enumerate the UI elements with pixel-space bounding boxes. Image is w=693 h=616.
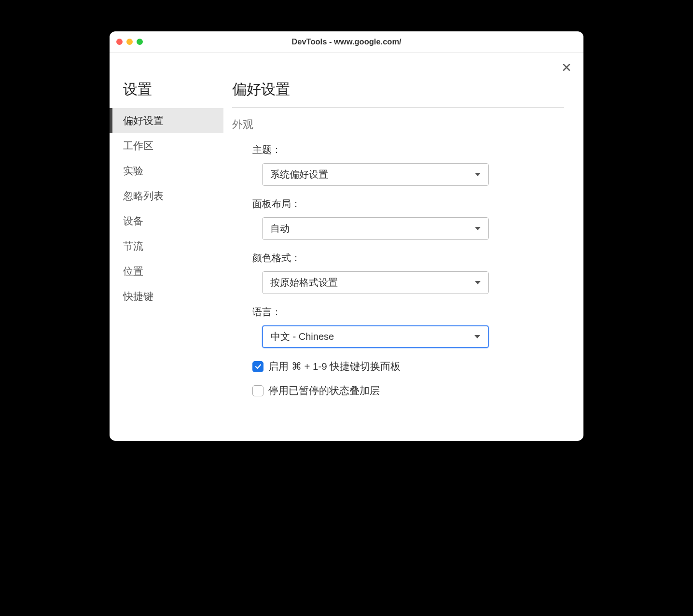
window-minimize-button[interactable] <box>126 39 133 45</box>
color-format-select[interactable]: 按原始格式设置 <box>262 271 489 294</box>
checkbox-row-shortcuts[interactable]: 启用 ⌘ + 1-9 快捷键切换面板 <box>232 360 564 373</box>
chevron-down-icon <box>475 281 481 284</box>
titlebar: DevTools - www.google.com/ <box>110 31 583 53</box>
select-value: 中文 - Chinese <box>271 330 334 343</box>
select-value: 系统偏好设置 <box>270 168 328 181</box>
field-label: 主题： <box>252 143 564 156</box>
devtools-settings-window: DevTools - www.google.com/ ✕ 设置 偏好设置 工作区… <box>110 31 583 441</box>
window-close-button[interactable] <box>116 39 123 45</box>
check-icon <box>254 363 262 370</box>
sidebar-item-label: 节流 <box>123 239 143 253</box>
select-value: 自动 <box>270 222 290 235</box>
field-language: 语言： 中文 - Chinese <box>232 306 564 348</box>
sidebar-item-label: 位置 <box>123 265 143 278</box>
sidebar-item-label: 偏好设置 <box>123 114 164 127</box>
checkbox-label: 停用已暂停的状态叠加层 <box>268 384 380 397</box>
sidebar-item-preferences[interactable]: 偏好设置 <box>110 108 223 133</box>
field-label: 颜色格式： <box>252 252 564 265</box>
chevron-down-icon <box>475 173 481 176</box>
sidebar: 设置 偏好设置 工作区 实验 忽略列表 设备 节流 位置 快捷 <box>110 66 223 441</box>
traffic-lights <box>116 39 143 45</box>
window-title: DevTools - www.google.com/ <box>110 37 583 46</box>
sidebar-item-label: 忽略列表 <box>123 189 164 203</box>
window-maximize-button[interactable] <box>137 39 143 45</box>
content-area: ✕ 设置 偏好设置 工作区 实验 忽略列表 设备 节流 位置 <box>110 53 583 441</box>
language-select[interactable]: 中文 - Chinese <box>262 325 489 348</box>
checkbox-row-paused-overlay[interactable]: 停用已暂停的状态叠加层 <box>232 384 564 397</box>
checkbox-paused-overlay[interactable] <box>252 385 263 396</box>
checkbox-label: 启用 ⌘ + 1-9 快捷键切换面板 <box>268 360 401 373</box>
sidebar-item-label: 实验 <box>123 164 143 178</box>
select-value: 按原始格式设置 <box>270 276 338 289</box>
field-color-format: 颜色格式： 按原始格式设置 <box>232 252 564 294</box>
sidebar-item-label: 快捷键 <box>123 290 153 303</box>
sidebar-item-shortcuts[interactable]: 快捷键 <box>110 284 223 309</box>
sidebar-title: 设置 <box>110 80 223 108</box>
sidebar-item-devices[interactable]: 设备 <box>110 209 223 234</box>
field-panel-layout: 面板布局： 自动 <box>232 197 564 240</box>
sidebar-item-workspace[interactable]: 工作区 <box>110 133 223 158</box>
theme-select[interactable]: 系统偏好设置 <box>262 163 489 186</box>
chevron-down-icon <box>474 335 480 338</box>
close-icon[interactable]: ✕ <box>561 61 572 74</box>
sidebar-item-throttling[interactable]: 节流 <box>110 234 223 259</box>
sidebar-item-experiments[interactable]: 实验 <box>110 158 223 183</box>
checkbox-shortcuts[interactable] <box>252 361 263 372</box>
field-label: 面板布局： <box>252 197 564 210</box>
sidebar-item-label: 设备 <box>123 214 143 228</box>
field-theme: 主题： 系统偏好设置 <box>232 143 564 186</box>
main-panel: 偏好设置 外观 主题： 系统偏好设置 面板布局： 自动 <box>223 66 583 441</box>
field-label: 语言： <box>252 306 564 319</box>
panel-layout-select[interactable]: 自动 <box>262 217 489 240</box>
sidebar-item-ignore-list[interactable]: 忽略列表 <box>110 183 223 209</box>
chevron-down-icon <box>475 227 481 230</box>
section-label-appearance: 外观 <box>232 117 564 132</box>
sidebar-item-label: 工作区 <box>123 139 153 153</box>
page-title: 偏好设置 <box>232 80 564 108</box>
sidebar-item-locations[interactable]: 位置 <box>110 259 223 284</box>
